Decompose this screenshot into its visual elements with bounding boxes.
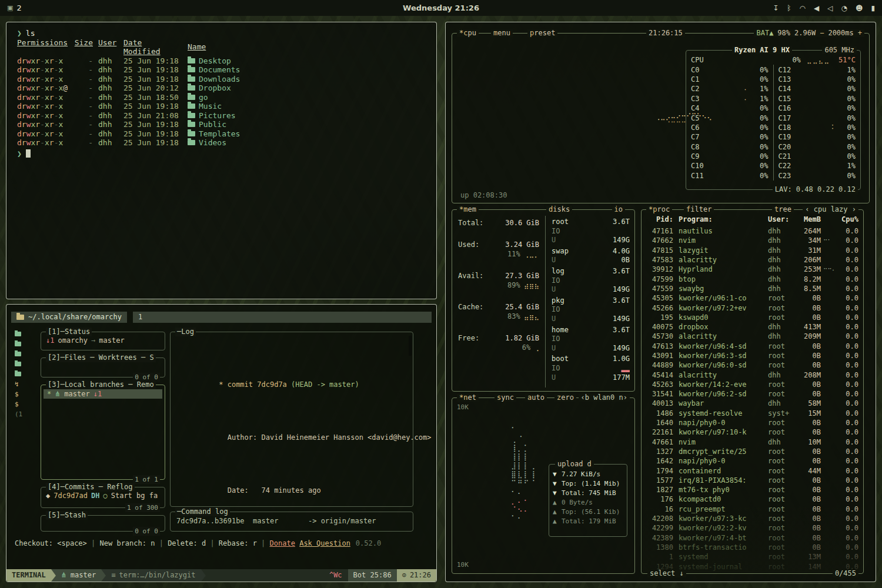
sync-toggle[interactable]: sync — [495, 394, 516, 402]
ask-question-link[interactable]: Ask Question — [299, 539, 350, 548]
tray-icon[interactable]: ◁ — [827, 4, 833, 12]
sidebar-item[interactable]: $ — [15, 390, 38, 397]
process-user: root — [768, 505, 796, 514]
cpu-box-title[interactable]: *cpu — [457, 29, 479, 37]
sort-selector[interactable]: ‹ cpu lazy › — [803, 206, 858, 213]
process-row[interactable]: 42389 kworker/u97:4-bt root 0B 0.0 — [646, 533, 858, 543]
log-panel[interactable]: ─Log * commit 7dc9d7a (HEAD -> master) A… — [170, 332, 413, 507]
command-log-panel[interactable]: ─Command log 7dc9d7a..b3691be master -> … — [170, 512, 413, 532]
process-row[interactable]: 22161 kworker/u97:10-k root 0B 0.0 — [646, 427, 858, 437]
process-row[interactable]: 1380 btrfs-transactio root 0B 0.0 — [646, 543, 858, 552]
process-memory: 0B — [796, 313, 821, 322]
process-row[interactable]: 1642 napi/phy0-0 root 0B 0.0 — [646, 456, 858, 466]
process-row[interactable]: 43091 kworker/u96:3-sd root 0B 0.0 — [646, 351, 858, 360]
clock[interactable]: Wednesday 21:26 — [403, 4, 479, 12]
direction-arrow-icon: ▼ — [553, 470, 559, 479]
process-row[interactable]: 47559 swaybg dhh 8.5M 0.0 — [646, 284, 858, 293]
process-row[interactable]: 45263 kworker/14:2-eve root 0B 0.0 — [646, 380, 858, 389]
tray-icon[interactable]: ◀ — [814, 4, 819, 12]
sidebar-item[interactable] — [15, 350, 38, 358]
process-row[interactable]: 47661 nvim dhh 10M 0.0 — [646, 437, 858, 447]
sidebar-item[interactable]: ↯ — [15, 380, 38, 387]
workspace-button[interactable]: ▣ 2 — [7, 4, 22, 12]
process-row[interactable]: 1 systemd root 13M 0.0 — [646, 552, 858, 562]
process-row[interactable]: 47613 kworker/u96:4-sd root 0B 0.0 — [646, 342, 858, 351]
process-row[interactable]: 47662 nvim dhh 34M ⠒⠂ 0.0 — [646, 236, 858, 245]
sidebar-item[interactable] — [15, 360, 38, 368]
tab-1[interactable]: 1 — [133, 312, 432, 323]
sidebar-item[interactable] — [15, 340, 38, 348]
status-panel[interactable]: [1]─Status ↓1 omarchy → master — [41, 332, 165, 350]
process-cpu: 0.0 — [838, 342, 858, 351]
process-row[interactable]: 1577 irq/81-PIXA3854: root 0B 0.0 — [646, 476, 858, 485]
sidebar-item[interactable]: $ — [15, 400, 38, 407]
file-owner: dhh — [98, 93, 118, 102]
tray-icon[interactable]: ᛒ — [787, 4, 791, 12]
process-row[interactable]: 31541 kworker/u96:2-sd root 0B 0.0 — [646, 389, 858, 399]
process-row[interactable]: 47583 alacritty dhh 206M 0.0 — [646, 255, 858, 265]
process-row[interactable]: 1794 containerd root 44M 0.0 — [646, 466, 858, 475]
process-row[interactable]: 42208 kworker/u97:3-kc root 0B 0.0 — [646, 514, 858, 523]
process-row[interactable]: 176 kcompactd0 root 0B 0.0 — [646, 495, 858, 504]
process-row[interactable]: 45414 alacritty dhh 208M 0.0 — [646, 370, 858, 379]
process-row[interactable]: 45266 kworker/u97:2+ev root 0B 0.0 — [646, 303, 858, 312]
branches-panel[interactable]: [3]─Local branches ─ Remo * ⋔ master ↓1 … — [41, 385, 165, 480]
filter-button[interactable]: filter — [684, 206, 714, 213]
tray-icon[interactable]: ◠ — [799, 4, 805, 12]
process-row[interactable]: 40075 dropbox dhh 413M 0.0 — [646, 322, 858, 332]
process-row[interactable]: 1327 dmcrypt_write/25 root 0B 0.0 — [646, 447, 858, 456]
process-memory: 208M — [796, 370, 821, 380]
process-row[interactable]: 47815 lazygit dhh 31M 0.0 — [646, 246, 858, 255]
process-row[interactable]: 47161 nautilus dhh 264M 0.0 — [646, 226, 858, 236]
process-row[interactable]: 1827 mt76-tx phy0 root 0B 0.0 — [646, 485, 858, 495]
mem-box-title[interactable]: *mem — [457, 206, 479, 213]
tree-toggle[interactable]: tree — [772, 206, 794, 213]
process-pid: 44889 — [646, 360, 673, 370]
sidebar-item[interactable] — [15, 370, 38, 377]
disks-toggle[interactable]: disks — [546, 206, 572, 213]
preset-button[interactable]: preset — [527, 29, 557, 37]
process-row[interactable]: 1640 napi/phy0-0 root 0B 0.0 — [646, 418, 858, 427]
process-row[interactable]: 40013 waybar dhh 58M 0.0 — [646, 399, 858, 408]
sidebar-item[interactable] — [15, 330, 38, 338]
tray-icon[interactable]: ↧ — [773, 4, 779, 12]
zero-toggle[interactable]: zero — [554, 394, 576, 402]
process-row[interactable]: 42299 kworker/u92:2-kv root 0B 0.0 — [646, 523, 858, 533]
stash-panel[interactable]: [5]─Stash 0 of 0 — [41, 515, 165, 532]
io-toggle[interactable]: io — [612, 206, 625, 213]
process-row[interactable]: 45305 kworker/u96:1-co root 0B 0.0 — [646, 293, 858, 303]
process-row[interactable]: 39912 Hyprland dhh 253M ⠒⠒⠄ 0.0 — [646, 265, 858, 274]
interval-plus-button[interactable]: + — [858, 29, 862, 37]
repo-path[interactable]: ~/.local/share/omarchy — [11, 312, 127, 323]
scrollbar-thumb[interactable] — [409, 336, 412, 356]
commits-panel[interactable]: [4]─Commits ─ Reflog ◆ 7dc9d7ad DH ○ Sta… — [41, 487, 165, 508]
files-panel[interactable]: [2]─Files ─ Worktrees ─ S 0 of 0 — [41, 358, 165, 377]
cpu-core-box: Ryzen AI 9 HX 605 MHz CPU 0% ⣀⣀⣄⣀ 51°C C… — [686, 50, 861, 190]
tray-icon[interactable]: ▮ — [871, 4, 875, 12]
proc-box-title[interactable]: *proc — [646, 206, 672, 213]
process-row[interactable]: 45730 alacritty dhh 209M 0.0 — [646, 332, 858, 341]
branch-row[interactable]: * ⋔ master ↓1 — [44, 389, 162, 399]
auto-toggle[interactable]: auto — [525, 394, 547, 402]
file-size: - — [74, 83, 93, 93]
process-row[interactable]: 16 rcu_preempt root 0B 0.0 — [646, 505, 858, 514]
donate-link[interactable]: Donate — [270, 539, 295, 548]
file-owner: dhh — [98, 129, 118, 139]
tray-icon[interactable]: ☻ — [856, 4, 863, 12]
process-pid: 43091 — [646, 351, 673, 360]
sidebar-item[interactable]: (1 — [15, 410, 38, 417]
process-row[interactable]: 195 kswapd0 root 0B 0.0 — [646, 313, 858, 322]
file-row: drwxr-xr-x - dhh 25 Jun 18:50 go — [17, 93, 426, 102]
tray-icon[interactable]: ◔ — [841, 4, 847, 12]
menu-button[interactable]: menu — [491, 29, 513, 37]
process-row[interactable]: 47599 btop dhh 8.2M 0.0 — [646, 274, 858, 283]
process-pid: 195 — [646, 313, 673, 322]
interface-selector[interactable]: ‹b wlan0 n› — [579, 394, 630, 402]
vim-statusline: TERMINAL ⋔ master ≡ term:…/bin/lazygit ^… — [6, 569, 436, 582]
process-row[interactable]: 1486 systemd-resolve syst+ 15M 0.0 — [646, 409, 858, 418]
process-pid: 16 — [646, 505, 673, 514]
net-box-title[interactable]: *net — [457, 394, 479, 402]
process-row[interactable]: 44889 kworker/u96:0-sd root 0B 0.0 — [646, 360, 858, 370]
interval-minus-button[interactable]: − — [820, 29, 824, 37]
upload-box-title[interactable]: upload d — [555, 460, 594, 468]
